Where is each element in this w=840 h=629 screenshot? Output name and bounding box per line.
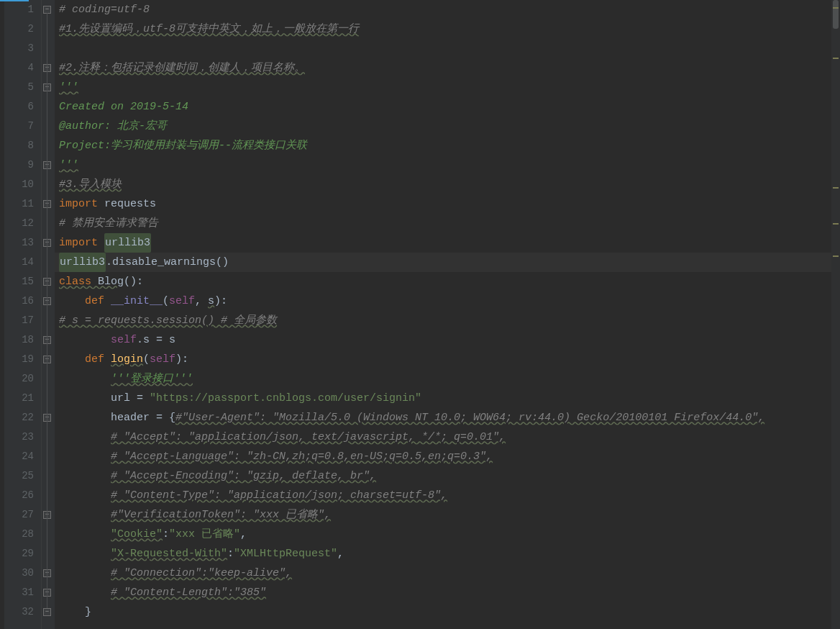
code-line[interactable]: # coding=utf-8 xyxy=(59,0,840,19)
code-line[interactable]: "Cookie":"xxx 已省略", xyxy=(59,525,840,544)
code-line[interactable]: # s = requests.session() # 全局参数 xyxy=(59,311,840,330)
line-number[interactable]: 6 xyxy=(4,97,34,117)
code-line[interactable]: self.s = s xyxy=(59,330,840,350)
code-token: disable_warnings xyxy=(112,253,216,272)
line-number[interactable]: 14 xyxy=(4,253,34,272)
scrollbar-marker xyxy=(833,7,839,9)
code-line[interactable]: Created on 2019-5-14 xyxy=(59,97,840,117)
code-line[interactable]: def login(self): xyxy=(59,350,840,369)
line-number-gutter[interactable]: 1234567891011121314151617181920212223242… xyxy=(4,0,42,629)
code-line[interactable]: ''' xyxy=(59,155,840,175)
code-line[interactable] xyxy=(59,39,840,58)
line-number[interactable]: 25 xyxy=(4,466,34,486)
code-token: urllib3 xyxy=(59,253,106,272)
code-line[interactable]: # 禁用安全请求警告 xyxy=(59,214,840,233)
code-line[interactable]: } xyxy=(59,602,840,622)
code-token: '''登录接口''' xyxy=(111,369,193,389)
line-number[interactable]: 17 xyxy=(4,311,34,330)
code-line[interactable]: '''登录接口''' xyxy=(59,369,840,389)
code-line[interactable]: #"VerificationToken": "xxx 已省略", xyxy=(59,505,840,525)
code-editor: 1234567891011121314151617181920212223242… xyxy=(0,0,840,629)
line-number[interactable]: 18 xyxy=(4,330,34,350)
line-number[interactable]: 15 xyxy=(4,272,34,291)
code-token: def xyxy=(85,291,111,311)
code-token: # "Accept": "application/json, text/java… xyxy=(111,427,506,447)
line-number[interactable]: 13 xyxy=(4,233,34,253)
code-token: (): xyxy=(124,272,143,291)
code-line[interactable]: #3.导入模块 xyxy=(59,175,840,194)
code-line[interactable]: # "Accept": "application/json, text/java… xyxy=(59,427,840,447)
code-token: Blog xyxy=(98,272,124,291)
code-token: import xyxy=(59,233,104,253)
code-token: self xyxy=(111,330,137,350)
code-token: , xyxy=(195,291,208,311)
line-number[interactable]: 11 xyxy=(4,194,34,214)
line-number[interactable]: 5 xyxy=(4,78,34,97)
code-token: # s = requests.session() # 全局参数 xyxy=(59,311,277,330)
fold-toggle-icon[interactable]: − xyxy=(43,608,51,616)
line-number[interactable]: 1 xyxy=(4,0,34,19)
code-token: , xyxy=(337,544,344,564)
line-number[interactable]: 28 xyxy=(4,525,34,544)
line-number[interactable]: 22 xyxy=(4,408,34,427)
fold-column[interactable]: −−−−−−−−−−−−−−− xyxy=(42,0,55,629)
code-line[interactable]: import requests xyxy=(59,194,840,214)
code-line[interactable]: #2.注释：包括记录创建时间，创建人，项目名称。 xyxy=(59,58,840,78)
left-margin xyxy=(0,0,4,629)
code-token: @author: 北京-宏哥 xyxy=(59,117,167,136)
code-token: class xyxy=(59,272,98,291)
code-token: # "Content-Type": "application/json; cha… xyxy=(111,486,447,505)
line-number[interactable]: 21 xyxy=(4,389,34,408)
scrollbar-thumb[interactable] xyxy=(833,0,839,29)
code-line[interactable]: "X-Requested-With":"XMLHttpRequest", xyxy=(59,544,840,564)
code-token: = xyxy=(150,330,169,350)
code-line[interactable]: ''' xyxy=(59,78,840,97)
code-line[interactable]: class Blog(): xyxy=(59,272,840,291)
line-number[interactable]: 3 xyxy=(4,39,34,58)
code-token: Created on 2019-5-14 xyxy=(59,97,188,117)
code-token: () xyxy=(216,253,229,272)
code-line[interactable]: # "Content-Type": "application/json; cha… xyxy=(59,486,840,505)
code-line[interactable]: # "Accept-Encoding": "gzip, deflate, br"… xyxy=(59,466,840,486)
code-token: # "Content-Length":"385" xyxy=(111,583,266,602)
code-token: ( xyxy=(163,291,169,311)
code-token: "Cookie" xyxy=(111,525,163,544)
code-token: # "Accept-Encoding": "gzip, deflate, br"… xyxy=(111,466,376,486)
code-line[interactable]: header = {#"User-Agent": "Mozilla/5.0 (W… xyxy=(59,408,840,427)
code-token: s xyxy=(143,330,150,350)
code-area[interactable]: # coding=utf-8#1.先设置编码，utf-8可支持中英文，如上，一般… xyxy=(55,0,840,629)
line-number[interactable]: 26 xyxy=(4,486,34,505)
code-token: #"User-Agent": "Mozilla/5.0 (Windows NT … xyxy=(175,408,764,427)
line-number[interactable]: 29 xyxy=(4,544,34,564)
line-number[interactable]: 7 xyxy=(4,117,34,136)
code-line[interactable]: # "Connection":"keep-alive", xyxy=(59,564,840,583)
code-line[interactable]: Project:学习和使用封装与调用--流程类接口关联 xyxy=(59,136,840,155)
code-line[interactable]: import urllib3 xyxy=(59,233,840,253)
line-number[interactable]: 23 xyxy=(4,427,34,447)
code-line[interactable]: @author: 北京-宏哥 xyxy=(59,117,840,136)
code-token: } xyxy=(85,602,91,622)
line-number[interactable]: 12 xyxy=(4,214,34,233)
line-number[interactable]: 27 xyxy=(4,505,34,525)
line-number[interactable]: 32 xyxy=(4,602,34,622)
line-number[interactable]: 9 xyxy=(4,155,34,175)
line-number[interactable]: 20 xyxy=(4,369,34,389)
line-number[interactable]: 24 xyxy=(4,447,34,466)
line-number[interactable]: 10 xyxy=(4,175,34,194)
code-token: ): xyxy=(214,291,227,311)
line-number[interactable]: 31 xyxy=(4,583,34,602)
code-token: url xyxy=(111,389,130,408)
line-number[interactable]: 30 xyxy=(4,564,34,583)
code-line[interactable]: url = "https://passport.cnblogs.com/user… xyxy=(59,389,840,408)
vertical-scrollbar[interactable] xyxy=(831,0,840,629)
line-number[interactable]: 2 xyxy=(4,19,34,39)
code-line[interactable]: #1.先设置编码，utf-8可支持中英文，如上，一般放在第一行 xyxy=(59,19,840,39)
line-number[interactable]: 16 xyxy=(4,291,34,311)
code-line[interactable]: def __init__(self, s): xyxy=(59,291,840,311)
code-token: "https://passport.cnblogs.com/user/signi… xyxy=(150,389,421,408)
code-line[interactable]: # "Content-Length":"385" xyxy=(59,583,840,602)
line-number[interactable]: 19 xyxy=(4,350,34,369)
line-number[interactable]: 4 xyxy=(4,58,34,78)
line-number[interactable]: 8 xyxy=(4,136,34,155)
code-line[interactable]: # "Accept-Language": "zh-CN,zh;q=0.8,en-… xyxy=(59,447,840,466)
